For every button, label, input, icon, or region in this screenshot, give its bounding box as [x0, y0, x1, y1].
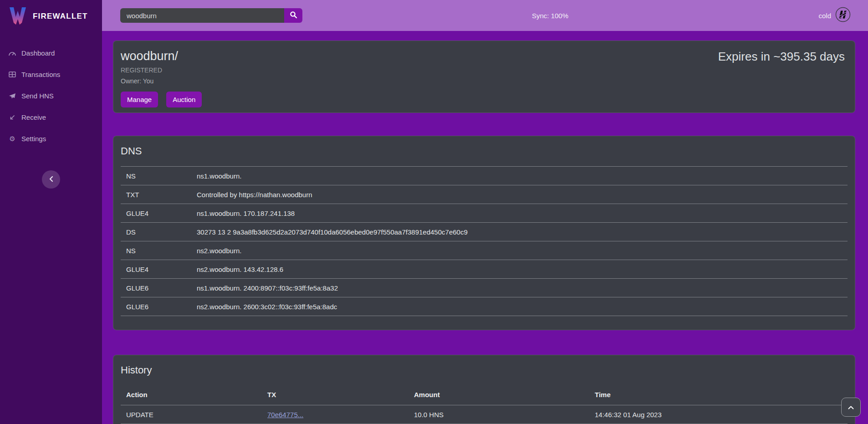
dns-record-row: NS ns1.woodburn.: [121, 167, 848, 185]
page-content: woodburn/ REGISTERED Owner: You Manage A…: [102, 31, 868, 424]
history-time: 14:46:32 01 Aug 2023: [589, 405, 848, 424]
domain-card: woodburn/ REGISTERED Owner: You Manage A…: [113, 41, 855, 113]
chevron-up-icon: [848, 404, 854, 411]
search-box: [120, 8, 302, 23]
history-title: History: [121, 364, 848, 376]
sidebar-item-dashboard[interactable]: Dashboard: [0, 42, 102, 64]
scroll-to-top-button[interactable]: [841, 398, 861, 417]
gear-icon: ⚙: [8, 135, 16, 142]
domain-actions: Manage Auction: [121, 92, 848, 107]
sidebar-item-label: Send HNS: [21, 92, 54, 100]
handshake-logo-icon: [835, 7, 851, 24]
dns-record-value: ns2.woodburn.: [191, 241, 848, 260]
dns-record-type: GLUE4: [121, 204, 191, 223]
dns-record-type: NS: [121, 167, 191, 185]
domain-status: REGISTERED: [121, 66, 848, 74]
tx-link[interactable]: 70e64775...: [267, 411, 303, 419]
dns-table: NS ns1.woodburn. TXT Controlled by https…: [121, 166, 848, 316]
firewallet-logo-icon: [8, 5, 27, 27]
sidebar-item-label: Settings: [21, 135, 46, 143]
dns-record-type: NS: [121, 241, 191, 260]
main-area: Sync: 100% cold: [102, 0, 868, 424]
dns-record-value: Controlled by https://nathan.woodburn: [191, 185, 848, 204]
wallet-name: cold: [818, 12, 831, 20]
app-window: FIREWALLET Dashboard: [0, 0, 868, 424]
expires-label: Expires in ~395.35 days: [718, 50, 845, 64]
dns-record-value: ns2.woodburn. 2600:3c02::f03c:93ff:fe5a:…: [191, 297, 848, 316]
brand: FIREWALLET: [0, 0, 102, 33]
sidebar-item-settings[interactable]: ⚙ Settings: [0, 128, 102, 149]
dns-record-row: NS ns2.woodburn.: [121, 241, 848, 260]
history-card: History Action TX Amount Time UPDATE: [113, 355, 855, 424]
domain-owner: Owner: You: [121, 77, 848, 85]
dns-record-row: TXT Controlled by https://nathan.woodbur…: [121, 185, 848, 204]
dns-record-value: ns1.woodburn. 170.187.241.138: [191, 204, 848, 223]
sidebar-item-label: Receive: [21, 113, 46, 121]
dns-record-row: GLUE4 ns1.woodburn. 170.187.241.138: [121, 204, 848, 223]
sidebar-item-label: Dashboard: [21, 49, 55, 57]
sidebar-item-send-hns[interactable]: Send HNS: [0, 85, 102, 107]
dns-record-row: GLUE4 ns2.woodburn. 143.42.128.6: [121, 260, 848, 279]
wallet-selector[interactable]: cold: [818, 7, 851, 24]
send-icon: [8, 93, 16, 99]
history-row: UPDATE 70e64775... 10.0 HNS 14:46:32 01 …: [121, 405, 848, 424]
history-action: UPDATE: [121, 405, 262, 424]
history-header-row: Action TX Amount Time: [121, 385, 848, 405]
history-col-amount: Amount: [408, 385, 589, 405]
dns-record-type: GLUE6: [121, 297, 191, 316]
sidebar-item-label: Transactions: [21, 71, 60, 78]
manage-button[interactable]: Manage: [121, 92, 158, 107]
dns-record-type: GLUE6: [121, 279, 191, 297]
sidebar: FIREWALLET Dashboard: [0, 0, 102, 424]
dns-record-type: TXT: [121, 185, 191, 204]
history-col-tx: TX: [262, 385, 408, 405]
dns-record-value: ns2.woodburn. 143.42.128.6: [191, 260, 848, 279]
topbar: Sync: 100% cold: [102, 0, 868, 31]
dns-record-type: DS: [121, 223, 191, 241]
history-col-time: Time: [589, 385, 848, 405]
dns-record-value: ns1.woodburn. 2400:8907::f03c:93ff:fe5a:…: [191, 279, 848, 297]
table-icon: [8, 72, 16, 77]
history-col-action: Action: [121, 385, 262, 405]
dns-record-row: DS 30273 13 2 9a3a8fb3d625d2a2073d740f10…: [121, 223, 848, 241]
sidebar-collapse-button[interactable]: [42, 170, 60, 189]
sync-status: Sync: 100%: [532, 12, 568, 20]
dns-record-value: ns1.woodburn.: [191, 167, 848, 185]
search-icon: [290, 11, 297, 20]
dns-record-value: 30273 13 2 9a3a8fb3d625d2a2073d740f10da6…: [191, 223, 848, 241]
chevron-left-icon: [49, 176, 53, 184]
auction-button[interactable]: Auction: [166, 92, 202, 107]
sidebar-item-receive[interactable]: Receive: [0, 107, 102, 128]
sidebar-nav: Dashboard Transactions S: [0, 42, 102, 149]
dns-record-row: GLUE6 ns1.woodburn. 2400:8907::f03c:93ff…: [121, 279, 848, 297]
sidebar-item-transactions[interactable]: Transactions: [0, 64, 102, 85]
search-button[interactable]: [284, 8, 302, 23]
history-table: Action TX Amount Time UPDATE 70e64775...…: [121, 385, 848, 424]
dns-record-type: GLUE4: [121, 260, 191, 279]
brand-name: FIREWALLET: [33, 12, 88, 21]
dns-card: DNS NS ns1.woodburn. TXT Controlled by h…: [113, 136, 855, 330]
dns-record-row: GLUE6 ns2.woodburn. 2600:3c02::f03c:93ff…: [121, 297, 848, 316]
receive-arrow-icon: [8, 114, 16, 121]
history-amount: 10.0 HNS: [408, 405, 589, 424]
dns-title: DNS: [121, 145, 848, 157]
gauge-icon: [8, 50, 16, 56]
search-input[interactable]: [120, 8, 284, 23]
